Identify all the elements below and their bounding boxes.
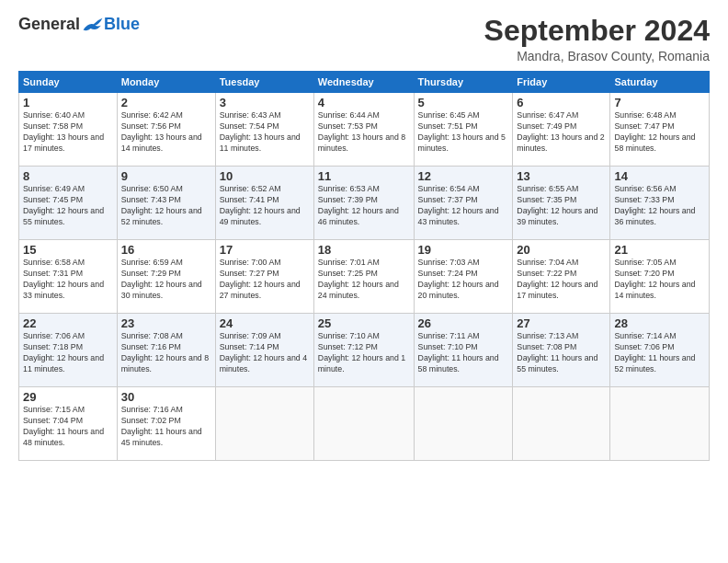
calendar-header-monday: Monday <box>117 72 215 93</box>
day-info: Sunrise: 7:04 AMSunset: 7:22 PMDaylight:… <box>517 258 606 302</box>
day-number: 30 <box>121 390 211 404</box>
day-info: Sunrise: 6:44 AMSunset: 7:53 PMDaylight:… <box>318 110 410 155</box>
day-number: 27 <box>517 316 606 330</box>
day-info: Sunrise: 6:52 AMSunset: 7:41 PMDaylight:… <box>220 184 310 228</box>
day-info: Sunrise: 7:05 AMSunset: 7:20 PMDaylight:… <box>614 258 705 302</box>
calendar-cell: 17Sunrise: 7:00 AMSunset: 7:27 PMDayligh… <box>215 240 313 314</box>
day-number: 26 <box>418 316 509 330</box>
day-number: 14 <box>614 169 705 183</box>
day-info: Sunrise: 7:16 AMSunset: 7:02 PMDaylight:… <box>121 405 211 449</box>
calendar-week-5: 29Sunrise: 7:15 AMSunset: 7:04 PMDayligh… <box>19 387 710 461</box>
day-info: Sunrise: 7:10 AMSunset: 7:12 PMDaylight:… <box>318 331 410 375</box>
calendar-cell: 8Sunrise: 6:49 AMSunset: 7:45 PMDaylight… <box>19 167 118 240</box>
day-info: Sunrise: 6:45 AMSunset: 7:51 PMDaylight:… <box>418 110 509 155</box>
day-info: Sunrise: 6:56 AMSunset: 7:33 PMDaylight:… <box>614 184 705 228</box>
day-info: Sunrise: 6:54 AMSunset: 7:37 PMDaylight:… <box>418 184 509 228</box>
day-info: Sunrise: 7:01 AMSunset: 7:25 PMDaylight:… <box>318 258 410 302</box>
calendar-cell: 20Sunrise: 7:04 AMSunset: 7:22 PMDayligh… <box>513 240 610 314</box>
day-info: Sunrise: 6:43 AMSunset: 7:54 PMDaylight:… <box>220 110 310 155</box>
calendar-cell: 3Sunrise: 6:43 AMSunset: 7:54 PMDaylight… <box>215 93 313 167</box>
day-number: 5 <box>418 96 509 109</box>
day-number: 4 <box>318 96 410 109</box>
calendar-cell: 11Sunrise: 6:53 AMSunset: 7:39 PMDayligh… <box>313 167 414 240</box>
calendar-cell: 18Sunrise: 7:01 AMSunset: 7:25 PMDayligh… <box>313 240 414 314</box>
day-number: 8 <box>23 169 113 183</box>
day-number: 18 <box>318 243 410 257</box>
calendar-cell: 30Sunrise: 7:16 AMSunset: 7:02 PMDayligh… <box>117 387 215 461</box>
calendar-week-4: 22Sunrise: 7:06 AMSunset: 7:18 PMDayligh… <box>19 314 710 387</box>
calendar-cell: 29Sunrise: 7:15 AMSunset: 7:04 PMDayligh… <box>19 387 118 461</box>
header: General Blue September 2024 Mandra, Bras… <box>18 15 710 63</box>
logo-bird-icon <box>82 16 104 34</box>
day-number: 11 <box>318 169 410 183</box>
day-info: Sunrise: 6:49 AMSunset: 7:45 PMDaylight:… <box>23 184 113 228</box>
day-info: Sunrise: 6:50 AMSunset: 7:43 PMDaylight:… <box>121 184 211 228</box>
calendar-cell: 25Sunrise: 7:10 AMSunset: 7:12 PMDayligh… <box>313 314 414 387</box>
day-number: 20 <box>517 243 606 257</box>
day-info: Sunrise: 6:42 AMSunset: 7:56 PMDaylight:… <box>121 110 211 155</box>
calendar-cell: 22Sunrise: 7:06 AMSunset: 7:18 PMDayligh… <box>19 314 118 387</box>
day-number: 23 <box>121 316 211 330</box>
day-info: Sunrise: 7:03 AMSunset: 7:24 PMDaylight:… <box>418 258 509 302</box>
day-number: 17 <box>220 243 310 257</box>
logo-general-text: General <box>18 15 80 34</box>
day-number: 1 <box>23 96 113 109</box>
day-info: Sunrise: 6:58 AMSunset: 7:31 PMDaylight:… <box>23 258 113 302</box>
day-number: 19 <box>418 243 509 257</box>
day-number: 10 <box>220 169 310 183</box>
day-info: Sunrise: 6:53 AMSunset: 7:39 PMDaylight:… <box>318 184 410 228</box>
calendar-cell: 15Sunrise: 6:58 AMSunset: 7:31 PMDayligh… <box>19 240 118 314</box>
calendar-header-thursday: Thursday <box>414 72 513 93</box>
day-number: 6 <box>517 96 606 109</box>
calendar-cell <box>215 387 313 461</box>
calendar-header-wednesday: Wednesday <box>313 72 414 93</box>
calendar-cell <box>414 387 513 461</box>
logo-area: General Blue <box>18 15 140 34</box>
calendar-cell: 4Sunrise: 6:44 AMSunset: 7:53 PMDaylight… <box>313 93 414 167</box>
day-info: Sunrise: 6:40 AMSunset: 7:58 PMDaylight:… <box>23 110 113 155</box>
day-info: Sunrise: 7:11 AMSunset: 7:10 PMDaylight:… <box>418 331 509 375</box>
calendar-cell: 23Sunrise: 7:08 AMSunset: 7:16 PMDayligh… <box>117 314 215 387</box>
calendar-header-sunday: Sunday <box>19 72 118 93</box>
day-number: 13 <box>517 169 606 183</box>
calendar-header-saturday: Saturday <box>610 72 710 93</box>
calendar-header-friday: Friday <box>513 72 610 93</box>
day-number: 16 <box>121 243 211 257</box>
day-info: Sunrise: 7:14 AMSunset: 7:06 PMDaylight:… <box>614 331 705 375</box>
calendar-header-row: SundayMondayTuesdayWednesdayThursdayFrid… <box>19 72 710 93</box>
day-number: 7 <box>614 96 705 109</box>
month-title: September 2024 <box>484 15 710 47</box>
calendar-cell: 14Sunrise: 6:56 AMSunset: 7:33 PMDayligh… <box>610 167 710 240</box>
day-number: 29 <box>23 390 113 404</box>
day-info: Sunrise: 6:59 AMSunset: 7:29 PMDaylight:… <box>121 258 211 302</box>
day-number: 12 <box>418 169 509 183</box>
day-number: 21 <box>614 243 705 257</box>
calendar-cell: 12Sunrise: 6:54 AMSunset: 7:37 PMDayligh… <box>414 167 513 240</box>
day-info: Sunrise: 7:00 AMSunset: 7:27 PMDaylight:… <box>220 258 310 302</box>
calendar-cell: 19Sunrise: 7:03 AMSunset: 7:24 PMDayligh… <box>414 240 513 314</box>
calendar-cell: 13Sunrise: 6:55 AMSunset: 7:35 PMDayligh… <box>513 167 610 240</box>
day-info: Sunrise: 6:48 AMSunset: 7:47 PMDaylight:… <box>614 110 705 155</box>
day-number: 22 <box>23 316 113 330</box>
calendar-cell: 27Sunrise: 7:13 AMSunset: 7:08 PMDayligh… <box>513 314 610 387</box>
calendar-cell: 7Sunrise: 6:48 AMSunset: 7:47 PMDaylight… <box>610 93 710 167</box>
day-number: 9 <box>121 169 211 183</box>
day-number: 24 <box>220 316 310 330</box>
subtitle: Mandra, Brasov County, Romania <box>484 49 710 63</box>
day-number: 3 <box>220 96 310 109</box>
calendar-cell: 9Sunrise: 6:50 AMSunset: 7:43 PMDaylight… <box>117 167 215 240</box>
logo: General Blue <box>18 15 140 34</box>
calendar-cell: 2Sunrise: 6:42 AMSunset: 7:56 PMDaylight… <box>117 93 215 167</box>
calendar-cell: 28Sunrise: 7:14 AMSunset: 7:06 PMDayligh… <box>610 314 710 387</box>
day-number: 15 <box>23 243 113 257</box>
calendar-week-2: 8Sunrise: 6:49 AMSunset: 7:45 PMDaylight… <box>19 167 710 240</box>
title-area: September 2024 Mandra, Brasov County, Ro… <box>484 15 710 63</box>
day-number: 2 <box>121 96 211 109</box>
calendar-table: SundayMondayTuesdayWednesdayThursdayFrid… <box>18 71 710 461</box>
day-info: Sunrise: 7:15 AMSunset: 7:04 PMDaylight:… <box>23 405 113 449</box>
calendar-week-1: 1Sunrise: 6:40 AMSunset: 7:58 PMDaylight… <box>19 93 710 167</box>
day-number: 28 <box>614 316 705 330</box>
calendar-cell: 10Sunrise: 6:52 AMSunset: 7:41 PMDayligh… <box>215 167 313 240</box>
calendar-cell: 16Sunrise: 6:59 AMSunset: 7:29 PMDayligh… <box>117 240 215 314</box>
day-info: Sunrise: 6:55 AMSunset: 7:35 PMDaylight:… <box>517 184 606 228</box>
